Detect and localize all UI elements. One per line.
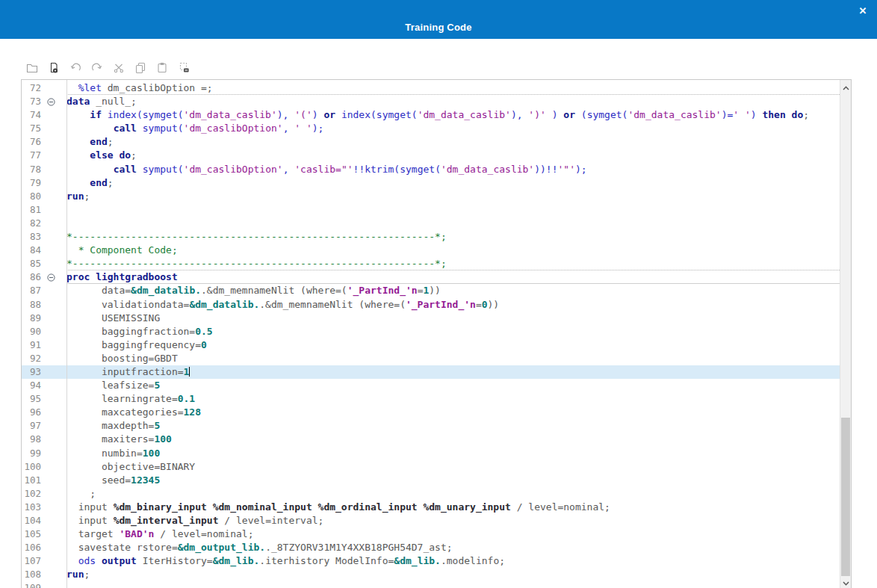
fold-gutter xyxy=(41,392,66,406)
vertical-scrollbar[interactable] xyxy=(840,80,851,588)
code-line[interactable]: 105 target 'BAD'n / level=nominal; xyxy=(22,527,840,541)
fold-gutter xyxy=(41,501,66,514)
fold-gutter xyxy=(41,298,66,312)
code-text: run; xyxy=(66,190,840,203)
code-line[interactable]: 97 maxdepth=5 xyxy=(22,419,840,433)
code-line[interactable]: 80run; xyxy=(22,190,840,203)
code-text: call symput('dm_caslibOption', ' '); xyxy=(66,122,840,135)
fold-gutter xyxy=(41,487,66,501)
code-line[interactable]: 109 xyxy=(22,581,840,588)
code-line[interactable]: 104 input %dm_interval_input / level=int… xyxy=(22,514,840,527)
save-button[interactable] xyxy=(47,61,60,75)
close-icon[interactable]: ✕ xyxy=(856,4,870,18)
fold-gutter xyxy=(41,325,66,338)
code-line[interactable]: 95 learningrate=0.1 xyxy=(22,392,840,406)
scrollbar-thumb[interactable] xyxy=(841,418,850,576)
collapse-icon[interactable] xyxy=(41,270,66,284)
code-rows: 72 %let dm_caslibOption =;73data _null_;… xyxy=(22,80,840,588)
code-line[interactable]: 94 leafsize=5 xyxy=(22,379,840,392)
fold-gutter xyxy=(41,244,66,257)
open-button[interactable] xyxy=(25,61,38,75)
code-line[interactable]: 72 %let dm_caslibOption =; xyxy=(22,81,840,95)
snippet-button[interactable] xyxy=(177,61,190,75)
code-line[interactable]: 92 boosting=GBDT xyxy=(22,352,840,365)
open-folder-icon xyxy=(26,62,38,74)
code-text: leafsize=5 xyxy=(66,379,840,392)
code-line[interactable]: 96 maxcategories=128 xyxy=(22,406,840,419)
code-editor[interactable]: 72 %let dm_caslibOption =;73data _null_;… xyxy=(21,79,852,588)
line-number: 108 xyxy=(22,568,41,581)
code-line[interactable]: 108run; xyxy=(22,568,840,581)
code-line[interactable]: 77 else do; xyxy=(22,149,840,162)
line-number: 87 xyxy=(22,284,41,297)
code-line[interactable]: 81 xyxy=(22,203,840,217)
code-line[interactable]: 102 ; xyxy=(22,487,840,501)
undo-button[interactable] xyxy=(69,61,81,75)
cut-button[interactable] xyxy=(112,61,125,75)
line-number: 97 xyxy=(22,419,41,433)
code-line[interactable]: 85*-------------------------------------… xyxy=(22,257,840,270)
code-line[interactable]: 103 input %dm_binary_input %dm_nominal_i… xyxy=(22,501,840,514)
line-number: 104 xyxy=(22,514,41,527)
code-line[interactable]: 86proc lightgradboost xyxy=(22,270,840,284)
scroll-up-button[interactable] xyxy=(840,81,851,92)
code-text xyxy=(66,203,840,217)
paste-button[interactable] xyxy=(155,61,168,75)
code-text: baggingfraction=0.5 xyxy=(66,325,840,338)
code-line[interactable]: 106 savestate rstore=&dm_output_lib.._8T… xyxy=(22,541,840,554)
fold-gutter xyxy=(41,135,66,149)
gutter-separator xyxy=(66,80,67,588)
code-line[interactable]: 89 USEMISSING xyxy=(22,312,840,325)
code-text: %let dm_caslibOption =; xyxy=(66,81,840,95)
code-text: learningrate=0.1 xyxy=(66,392,840,406)
line-number: 103 xyxy=(22,501,41,514)
code-line[interactable]: 79 end; xyxy=(22,176,840,190)
code-line[interactable]: 101 seed=12345 xyxy=(22,474,840,487)
redo-button[interactable] xyxy=(90,61,103,75)
code-text: baggingfrequency=0 xyxy=(66,338,840,352)
fold-gutter xyxy=(41,514,66,527)
line-number: 98 xyxy=(22,433,41,446)
code-line[interactable]: 78 call symput('dm_caslibOption', 'casli… xyxy=(22,163,840,176)
code-line[interactable]: 88 validationdata=&dm_datalib..&dm_memna… xyxy=(22,298,840,312)
code-line[interactable]: 84 * Component Code; xyxy=(22,244,840,257)
line-number: 88 xyxy=(22,298,41,312)
code-line[interactable]: 100 objective=BINARY xyxy=(22,460,840,474)
code-line[interactable]: 98 maxiters=100 xyxy=(22,433,840,446)
fold-gutter xyxy=(41,433,66,446)
cut-icon xyxy=(113,62,125,74)
code-text: run; xyxy=(66,568,840,581)
code-line[interactable]: 99 numbin=100 xyxy=(22,447,840,460)
fold-gutter xyxy=(41,257,66,270)
code-line[interactable]: 75 call symput('dm_caslibOption', ' '); xyxy=(22,122,840,135)
collapse-icon[interactable] xyxy=(41,95,66,108)
copy-icon xyxy=(134,62,146,74)
line-number: 72 xyxy=(22,81,41,95)
fold-gutter xyxy=(41,365,66,379)
paste-icon xyxy=(156,62,168,74)
copy-button[interactable] xyxy=(134,61,146,75)
line-number: 86 xyxy=(22,270,41,284)
line-number: 79 xyxy=(22,176,41,190)
scroll-down-button[interactable] xyxy=(840,576,851,587)
code-text: numbin=100 xyxy=(66,447,840,460)
code-text: maxdepth=5 xyxy=(66,419,840,433)
fold-gutter xyxy=(41,527,66,541)
code-line[interactable]: 83*-------------------------------------… xyxy=(22,230,840,244)
code-text: inputfraction=1 xyxy=(66,365,840,379)
code-line[interactable]: 82 xyxy=(22,217,840,230)
code-line[interactable]: 76 end; xyxy=(22,135,840,149)
code-line[interactable]: 87 data=&dm_datalib..&dm_memnameNlit (wh… xyxy=(22,284,840,297)
code-line[interactable]: 107 ods output IterHistory=&dm_lib..iter… xyxy=(22,554,840,568)
line-number: 82 xyxy=(22,217,41,230)
code-line[interactable]: 93 inputfraction=1 xyxy=(22,365,840,379)
fold-gutter xyxy=(41,163,66,176)
code-line[interactable]: 91 baggingfrequency=0 xyxy=(22,338,840,352)
code-line[interactable]: 74 if index(symget('dm_data_caslib'), '(… xyxy=(22,108,840,122)
code-line[interactable]: 90 baggingfraction=0.5 xyxy=(22,325,840,338)
code-line[interactable]: 73data _null_; xyxy=(22,95,840,108)
fold-gutter xyxy=(41,554,66,568)
line-number: 94 xyxy=(22,379,41,392)
fold-gutter xyxy=(41,460,66,474)
chevron-down-icon xyxy=(843,575,849,588)
